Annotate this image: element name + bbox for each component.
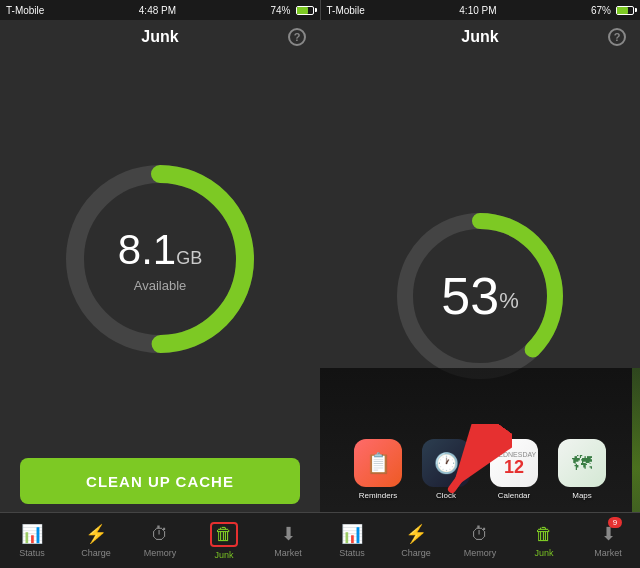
junk-icon: 🗑 — [210, 522, 238, 547]
donut-label: Available — [118, 278, 202, 293]
battery-icon — [296, 6, 314, 15]
left-status-bar: T-Mobile 4:48 PM 74% — [0, 0, 320, 20]
app-reminders: 📋 Reminders — [354, 439, 402, 500]
clock-label: Clock — [436, 491, 456, 500]
donut-chart-container: 8.1GB Available — [60, 60, 260, 458]
right-charge-icon: ⚡ — [405, 523, 427, 545]
maps-label: Maps — [572, 491, 592, 500]
left-info-icon[interactable]: ? — [288, 28, 306, 46]
right-info-icon[interactable]: ? — [608, 28, 626, 46]
left-header: Junk ? — [0, 20, 320, 50]
clock-icon: 🕐 — [422, 439, 470, 487]
left-status-icons: 74% — [270, 5, 313, 16]
right-panel-title: Junk — [461, 28, 498, 46]
right-nav-junk[interactable]: 🗑 Junk — [512, 513, 576, 568]
charge-icon: ⚡ — [85, 523, 107, 545]
donut-center: 8.1GB Available — [118, 226, 202, 293]
right-memory-icon: ⏱ — [471, 524, 489, 545]
right-bottom-nav: 📊 Status ⚡ Charge ⏱ Memory 🗑 Junk 9 ⬇ Ma… — [320, 512, 640, 568]
maps-icon: 🗺 — [558, 439, 606, 487]
left-nav-market[interactable]: ⬇ Market — [256, 513, 320, 568]
memory-icon: ⏱ — [151, 524, 169, 545]
right-status-icon: 📊 — [341, 523, 363, 545]
right-nav-charge[interactable]: ⚡ Charge — [384, 513, 448, 568]
left-nav-memory[interactable]: ⏱ Memory — [128, 513, 192, 568]
right-carrier: T-Mobile — [327, 5, 365, 16]
app-clock: 🕐 Clock — [422, 439, 470, 500]
left-nav-status[interactable]: 📊 Status — [0, 513, 64, 568]
calendar-icon: Wednesday 12 — [490, 439, 538, 487]
right-header: Junk ? — [320, 20, 640, 50]
status-icon: 📊 — [21, 523, 43, 545]
progress-svg — [390, 206, 570, 386]
right-battery-text: 67% — [591, 5, 611, 16]
left-bottom-nav: 📊 Status ⚡ Charge ⏱ Memory 🗑 Junk ⬇ Mark… — [0, 512, 320, 568]
app-calendar: Wednesday 12 Calendar — [490, 439, 538, 500]
right-nav-status[interactable]: 📊 Status — [320, 513, 384, 568]
status-bars: T-Mobile 4:48 PM 74% T-Mobile 4:10 PM 67… — [0, 0, 640, 20]
donut-value: 8.1GB — [118, 226, 202, 274]
left-carrier: T-Mobile — [6, 5, 44, 16]
right-status-bar: T-Mobile 4:10 PM 67% — [321, 0, 641, 20]
main-area: Junk ? 8.1GB Available — [0, 20, 640, 568]
right-battery-icon — [616, 6, 634, 15]
app-maps: 🗺 Maps — [558, 439, 606, 500]
right-status-icons: 67% — [591, 5, 634, 16]
market-icon: ⬇ — [281, 523, 296, 545]
market-badge: 9 — [608, 517, 622, 528]
app-row: 📋 Reminders 🕐 Clock Wednesday 12 Calenda… — [320, 431, 640, 508]
left-time: 4:48 PM — [139, 5, 176, 16]
left-nav-junk[interactable]: 🗑 Junk — [192, 513, 256, 568]
right-nav-market[interactable]: 9 ⬇ Market — [576, 513, 640, 568]
reminders-icon: 📋 — [354, 439, 402, 487]
right-junk-icon: 🗑 — [535, 524, 553, 545]
battery-text: 74% — [270, 5, 290, 16]
right-time: 4:10 PM — [459, 5, 496, 16]
calendar-label: Calendar — [498, 491, 530, 500]
left-nav-charge[interactable]: ⚡ Charge — [64, 513, 128, 568]
left-panel-title: Junk — [141, 28, 178, 46]
right-panel: Junk ? 53% Scanning — [320, 20, 640, 568]
cleanup-cache-button[interactable]: CLEAN UP CACHE — [20, 458, 300, 504]
reminders-label: Reminders — [359, 491, 398, 500]
right-nav-memory[interactable]: ⏱ Memory — [448, 513, 512, 568]
left-panel: Junk ? 8.1GB Available — [0, 20, 320, 568]
